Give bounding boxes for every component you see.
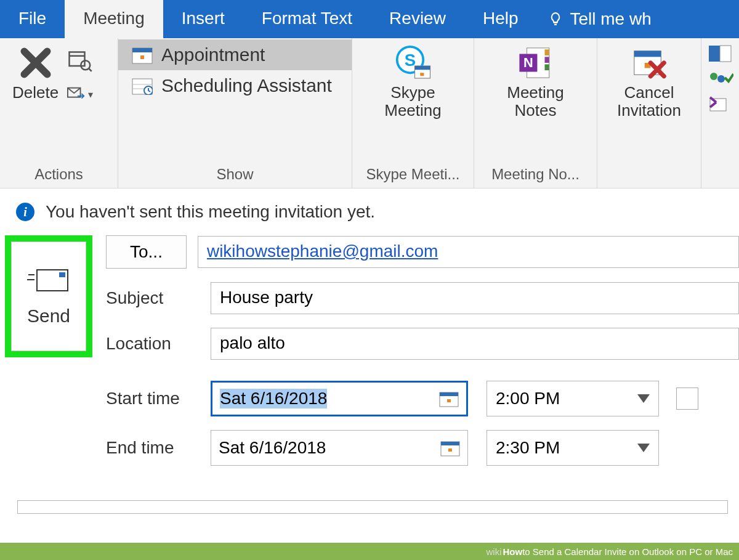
send-highlight: Send bbox=[5, 235, 92, 357]
svg-rect-7 bbox=[140, 55, 144, 59]
forward-mail-icon[interactable]: ▾ bbox=[67, 81, 93, 107]
info-text: You haven't sent this meeting invitation… bbox=[46, 202, 375, 222]
end-time-value: 2:30 PM bbox=[496, 438, 560, 458]
svg-rect-19 bbox=[544, 57, 549, 63]
location-field[interactable]: palo alto bbox=[211, 328, 739, 360]
all-day-checkbox[interactable] bbox=[676, 388, 698, 410]
skype-line2: Meeting bbox=[384, 101, 442, 120]
appointment-label: Appointment bbox=[161, 44, 265, 65]
start-time-label: Start time bbox=[106, 389, 211, 408]
ribbon-tabs: File Meeting Insert Format Text Review H… bbox=[0, 0, 739, 38]
group-actions-label: Actions bbox=[0, 160, 118, 188]
cancel-calendar-icon bbox=[631, 44, 668, 81]
svg-point-28 bbox=[710, 73, 717, 80]
response-options-icon[interactable] bbox=[708, 96, 733, 115]
send-button[interactable]: Send bbox=[11, 241, 86, 351]
start-date-picker[interactable]: Sat 6/16/2018 bbox=[211, 381, 468, 416]
calendar-search-icon[interactable] bbox=[67, 47, 93, 73]
tab-help[interactable]: Help bbox=[464, 0, 537, 38]
svg-rect-34 bbox=[59, 272, 65, 277]
end-time-picker[interactable]: 2:30 PM bbox=[487, 430, 659, 466]
svg-rect-27 bbox=[720, 46, 731, 62]
delete-button[interactable]: Delete bbox=[6, 42, 65, 104]
svg-text:S: S bbox=[404, 51, 415, 70]
message-body-field[interactable] bbox=[17, 500, 728, 514]
group-cancel-label bbox=[597, 160, 701, 188]
start-date-value: Sat 6/16/2018 bbox=[220, 389, 327, 408]
cancel-invitation-button[interactable]: CancelInvitation bbox=[611, 42, 687, 121]
appointment-icon bbox=[132, 46, 153, 64]
info-bar: i You haven't sent this meeting invitati… bbox=[0, 189, 739, 235]
end-time-label: End time bbox=[106, 438, 211, 458]
onenote-icon: N bbox=[517, 44, 554, 81]
group-skype-label: Skype Meeti... bbox=[352, 160, 474, 188]
start-time-value: 2:00 PM bbox=[496, 389, 560, 408]
calendar-picker-icon[interactable] bbox=[439, 390, 459, 407]
svg-rect-20 bbox=[544, 64, 549, 70]
chevron-down-icon bbox=[637, 394, 650, 403]
tab-file[interactable]: File bbox=[0, 0, 65, 38]
svg-rect-18 bbox=[544, 49, 549, 55]
lightbulb-icon bbox=[548, 12, 563, 26]
svg-point-29 bbox=[717, 75, 725, 83]
svg-rect-39 bbox=[441, 442, 459, 445]
skype-icon: S bbox=[395, 44, 432, 81]
appointment-view-button[interactable]: Appointment bbox=[118, 39, 352, 70]
end-date-value: Sat 6/16/2018 bbox=[219, 438, 326, 458]
tab-review[interactable]: Review bbox=[371, 0, 464, 38]
scheduling-label: Scheduling Assistant bbox=[161, 75, 332, 96]
svg-rect-40 bbox=[448, 448, 452, 452]
tell-me[interactable]: Tell me wh bbox=[537, 0, 663, 38]
svg-text:N: N bbox=[523, 55, 533, 70]
svg-rect-16 bbox=[420, 73, 424, 76]
tab-format-text[interactable]: Format Text bbox=[243, 0, 371, 38]
subject-label: Subject bbox=[106, 288, 211, 308]
ribbon: Delete ▾ Actions Appointment bbox=[0, 38, 739, 189]
scheduling-assistant-button[interactable]: Scheduling Assistant bbox=[118, 70, 352, 101]
notes-line1: Meeting bbox=[507, 83, 564, 102]
svg-rect-37 bbox=[447, 399, 451, 402]
svg-rect-15 bbox=[414, 66, 430, 70]
meeting-notes-button[interactable]: N MeetingNotes bbox=[501, 42, 570, 121]
subject-field[interactable]: House party bbox=[211, 282, 739, 314]
skype-line1: Skype bbox=[390, 83, 435, 102]
tell-me-label: Tell me wh bbox=[570, 9, 652, 29]
footer-rest: to Send a Calendar Invite on Outlook on … bbox=[522, 546, 733, 557]
footer-wiki: wiki bbox=[486, 546, 501, 557]
address-book-icon[interactable] bbox=[708, 44, 733, 63]
check-names-icon[interactable] bbox=[708, 70, 733, 89]
tab-meeting[interactable]: Meeting bbox=[65, 0, 163, 38]
info-icon: i bbox=[16, 203, 34, 221]
scheduling-icon bbox=[132, 76, 153, 95]
delete-x-icon bbox=[17, 44, 54, 81]
svg-rect-26 bbox=[709, 46, 720, 62]
svg-line-3 bbox=[89, 68, 92, 71]
chevron-down-icon bbox=[637, 444, 650, 452]
to-button[interactable]: To... bbox=[106, 235, 187, 269]
footer-how: How bbox=[503, 546, 522, 557]
end-date-picker[interactable]: Sat 6/16/2018 bbox=[211, 430, 468, 466]
cancel-line1: Cancel bbox=[624, 83, 674, 102]
svg-rect-0 bbox=[70, 52, 85, 67]
group-notes-label: Meeting No... bbox=[474, 160, 597, 188]
svg-rect-36 bbox=[440, 392, 458, 396]
svg-rect-24 bbox=[634, 51, 661, 57]
group-show-label: Show bbox=[118, 160, 352, 188]
calendar-picker-icon[interactable] bbox=[440, 439, 460, 457]
notes-line2: Notes bbox=[515, 101, 557, 120]
to-value: wikihowstephanie@gmail.com bbox=[207, 241, 438, 261]
tab-insert[interactable]: Insert bbox=[163, 0, 243, 38]
send-envelope-icon bbox=[27, 266, 70, 294]
to-field[interactable]: wikihowstephanie@gmail.com bbox=[198, 236, 739, 268]
send-label: Send bbox=[27, 306, 70, 327]
location-label: Location bbox=[106, 334, 211, 354]
cancel-line2: Invitation bbox=[617, 101, 681, 120]
skype-meeting-button[interactable]: S SkypeMeeting bbox=[378, 42, 448, 121]
wikihow-watermark: wikiHow to Send a Calendar Invite on Out… bbox=[0, 543, 739, 560]
svg-rect-6 bbox=[132, 48, 152, 52]
start-time-picker[interactable]: 2:00 PM bbox=[487, 381, 659, 416]
delete-label: Delete bbox=[12, 84, 59, 102]
